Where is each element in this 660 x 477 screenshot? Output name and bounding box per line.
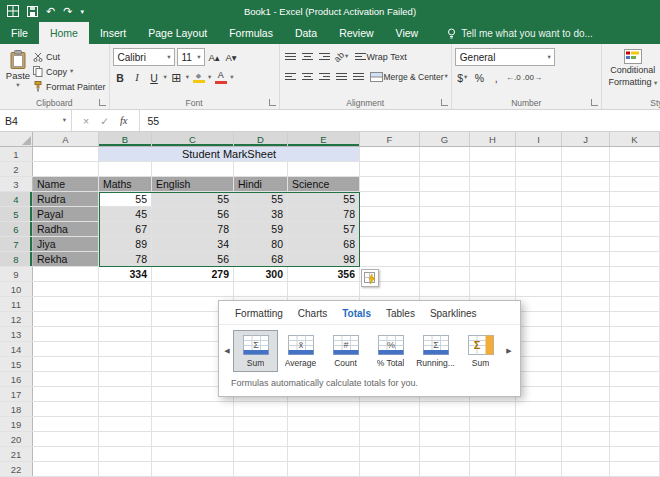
cell-I20[interactable]	[516, 432, 562, 446]
format-painter-button[interactable]: Format Painter	[33, 80, 106, 93]
cell-B3[interactable]: Maths	[99, 177, 152, 191]
cell-merged-title[interactable]: Student MarkSheet	[99, 147, 360, 161]
cell-J14[interactable]	[562, 342, 610, 356]
cell-J22[interactable]	[562, 462, 610, 476]
cell-I1[interactable]	[516, 147, 562, 161]
column-header-G[interactable]: G	[420, 132, 470, 146]
cell-J10[interactable]	[562, 282, 610, 296]
percent-style-button[interactable]: %	[472, 69, 487, 86]
column-header-I[interactable]: I	[516, 132, 562, 146]
column-header-F[interactable]: F	[360, 132, 420, 146]
paste-button[interactable]: Paste ▾	[3, 46, 33, 89]
decrease-font-size-button[interactable]: A▾	[224, 49, 239, 66]
cell-I13[interactable]	[516, 327, 562, 341]
cell-I18[interactable]	[516, 402, 562, 416]
cell-D10[interactable]	[234, 282, 288, 296]
qa-tab-charts[interactable]: Charts	[292, 307, 333, 320]
redo-icon[interactable]: ↷	[63, 6, 72, 17]
cell-G21[interactable]	[420, 447, 470, 461]
qa-option-sum[interactable]: Σ Sum	[233, 330, 278, 372]
cell-C4[interactable]: 55	[152, 192, 234, 206]
cell-I17[interactable]	[516, 387, 562, 401]
cell-F2[interactable]	[360, 162, 420, 176]
cell-G1[interactable]	[420, 147, 470, 161]
row-header-7[interactable]: 7	[0, 237, 33, 251]
increase-decimal-button[interactable]: ←.0	[506, 69, 521, 86]
alignment-dialog-launcher[interactable]	[441, 99, 448, 106]
cell-K1[interactable]	[610, 147, 660, 161]
increase-indent-button[interactable]	[351, 68, 366, 85]
cell-G20[interactable]	[420, 432, 470, 446]
font-size-combo[interactable]: 11 ▾	[177, 48, 205, 66]
cell-C3[interactable]: English	[152, 177, 234, 191]
cell-I3[interactable]	[516, 177, 562, 191]
cell-D22[interactable]	[234, 462, 288, 476]
tab-view[interactable]: View	[385, 22, 430, 44]
cell-J1[interactable]	[562, 147, 610, 161]
cell-A2[interactable]	[33, 162, 99, 176]
cell-A1[interactable]	[33, 147, 99, 161]
cell-F8[interactable]	[360, 252, 420, 266]
cell-K16[interactable]	[610, 372, 660, 386]
cell-J2[interactable]	[562, 162, 610, 176]
cell-A9[interactable]	[33, 267, 99, 281]
cell-J17[interactable]	[562, 387, 610, 401]
cell-B22[interactable]	[99, 462, 152, 476]
row-header-4[interactable]: 4	[0, 192, 33, 206]
cell-I9[interactable]	[516, 267, 562, 281]
cell-D8[interactable]: 68	[234, 252, 288, 266]
qa-tab-totals[interactable]: Totals	[336, 307, 377, 320]
cell-J13[interactable]	[562, 327, 610, 341]
cut-button[interactable]: Cut	[33, 50, 106, 63]
cell-F22[interactable]	[360, 462, 420, 476]
cell-A18[interactable]	[33, 402, 99, 416]
cell-B4[interactable]: 55	[99, 192, 152, 206]
qat-customize-caret-icon[interactable]: ▾	[80, 8, 84, 15]
cell-A19[interactable]	[33, 417, 99, 431]
cell-C19[interactable]	[152, 417, 234, 431]
enter-icon[interactable]: ✓	[100, 115, 109, 127]
cell-I16[interactable]	[516, 372, 562, 386]
qa-option-running-total[interactable]: Σ Running...	[413, 330, 458, 372]
column-header-D[interactable]: D	[234, 132, 288, 146]
cell-A3[interactable]: Name	[33, 177, 99, 191]
cell-H8[interactable]	[470, 252, 516, 266]
cell-C5[interactable]: 56	[152, 207, 234, 221]
cell-K12[interactable]	[610, 312, 660, 326]
cell-I6[interactable]	[516, 222, 562, 236]
accounting-format-button[interactable]: $▾	[455, 69, 470, 86]
tell-me-box[interactable]: Tell me what you want to do...	[447, 22, 593, 44]
cell-K17[interactable]	[610, 387, 660, 401]
cell-J7[interactable]	[562, 237, 610, 251]
row-header-5[interactable]: 5	[0, 207, 33, 221]
decrease-decimal-button[interactable]: .00→	[523, 69, 542, 86]
qa-tab-tables[interactable]: Tables	[380, 307, 421, 320]
cell-I10[interactable]	[516, 282, 562, 296]
cell-B8[interactable]: 78	[99, 252, 152, 266]
cell-G7[interactable]	[420, 237, 470, 251]
orientation-button[interactable]: ab▾	[334, 48, 349, 65]
cell-B6[interactable]: 67	[99, 222, 152, 236]
cell-B5[interactable]: 45	[99, 207, 152, 221]
cell-A17[interactable]	[33, 387, 99, 401]
cell-D18[interactable]	[234, 402, 288, 416]
cell-H3[interactable]	[470, 177, 516, 191]
qa-option-count[interactable]: # Count	[323, 330, 368, 372]
font-name-combo[interactable]: Calibri ▾	[113, 48, 175, 66]
underline-caret-icon[interactable]: ▾	[164, 74, 167, 81]
borders-button[interactable]: ⊞	[169, 69, 184, 86]
cell-J21[interactable]	[562, 447, 610, 461]
merge-center-button[interactable]: Merge & Center ▾	[370, 68, 448, 85]
increase-font-size-button[interactable]: A▴	[207, 49, 222, 66]
row-header-15[interactable]: 15	[0, 357, 33, 371]
cell-K7[interactable]	[610, 237, 660, 251]
name-box-caret-icon[interactable]: ▾	[63, 117, 66, 124]
cell-F5[interactable]	[360, 207, 420, 221]
cell-B11[interactable]	[99, 297, 152, 311]
row-header-8[interactable]: 8	[0, 252, 33, 266]
cell-K21[interactable]	[610, 447, 660, 461]
save-icon[interactable]	[27, 6, 38, 17]
qa-tab-sparklines[interactable]: Sparklines	[424, 307, 483, 320]
cell-C22[interactable]	[152, 462, 234, 476]
cell-J3[interactable]	[562, 177, 610, 191]
